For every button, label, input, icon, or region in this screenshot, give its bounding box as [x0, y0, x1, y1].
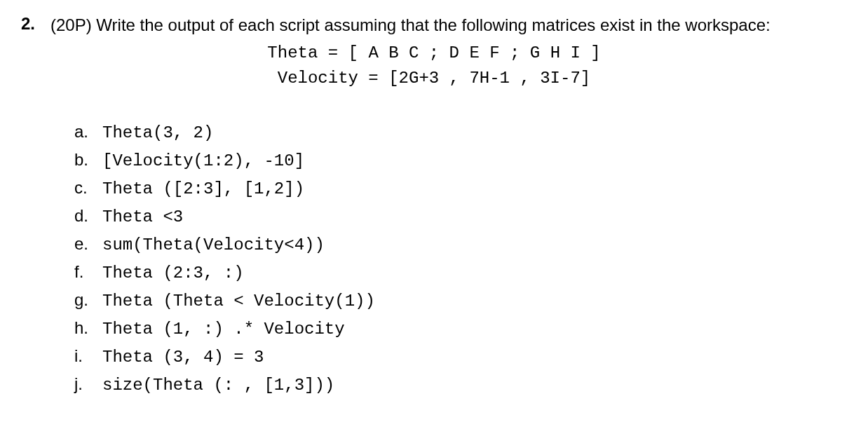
sub-code: Theta (Theta < Velocity(1)): [102, 289, 375, 314]
theta-definition: Theta = [ A B C ; D E F ; G H I ]: [21, 41, 847, 66]
sub-label: c.: [74, 175, 91, 200]
sub-label: g.: [74, 287, 91, 313]
sub-label: e.: [74, 231, 91, 257]
sub-question: b. [Velocity(1:2), -10]: [74, 147, 847, 174]
sub-question: c. Theta ([2:3], [1,2]): [74, 175, 847, 202]
sub-code: size(Theta (: , [1,3])): [102, 373, 334, 398]
sub-questions-list: a. Theta(3, 2) b. [Velocity(1:2), -10] c…: [74, 119, 847, 398]
matrix-definitions: Theta = [ A B C ; D E F ; G H I ] Veloci…: [21, 41, 847, 91]
sub-label: b.: [74, 147, 91, 172]
sub-code: Theta (1, :) .* Velocity: [102, 317, 345, 342]
sub-code: [Velocity(1:2), -10]: [102, 149, 304, 174]
sub-code: Theta (3, 4) = 3: [102, 345, 264, 370]
sub-question: j. size(Theta (: , [1,3])): [74, 372, 847, 398]
sub-question: g. Theta (Theta < Velocity(1)): [74, 287, 847, 314]
sub-question: a. Theta(3, 2): [74, 119, 847, 146]
sub-code: sum(Theta(Velocity<4)): [102, 233, 325, 258]
sub-label: f.: [74, 259, 91, 285]
sub-label: a.: [74, 119, 91, 144]
sub-label: i.: [74, 343, 91, 369]
velocity-definition: Velocity = [2G+3 , 7H-1 , 3I-7]: [21, 66, 847, 91]
sub-code: Theta ([2:3], [1,2]): [102, 177, 304, 202]
sub-label: h.: [74, 315, 91, 341]
sub-code: Theta (2:3, :): [102, 261, 244, 286]
sub-question: i. Theta (3, 4) = 3: [74, 343, 847, 370]
sub-question: h. Theta (1, :) .* Velocity: [74, 315, 847, 342]
sub-question: f. Theta (2:3, :): [74, 259, 847, 286]
sub-code: Theta(3, 2): [102, 121, 213, 146]
sub-code: Theta <3: [102, 205, 183, 230]
sub-question: e. sum(Theta(Velocity<4)): [74, 231, 847, 258]
question-header: 2. (20P) Write the output of each script…: [21, 14, 847, 36]
question-number: 2.: [21, 14, 42, 34]
sub-label: d.: [74, 203, 91, 229]
sub-label: j.: [74, 372, 91, 397]
question-text: (20P) Write the output of each script as…: [50, 14, 771, 36]
sub-question: d. Theta <3: [74, 203, 847, 230]
